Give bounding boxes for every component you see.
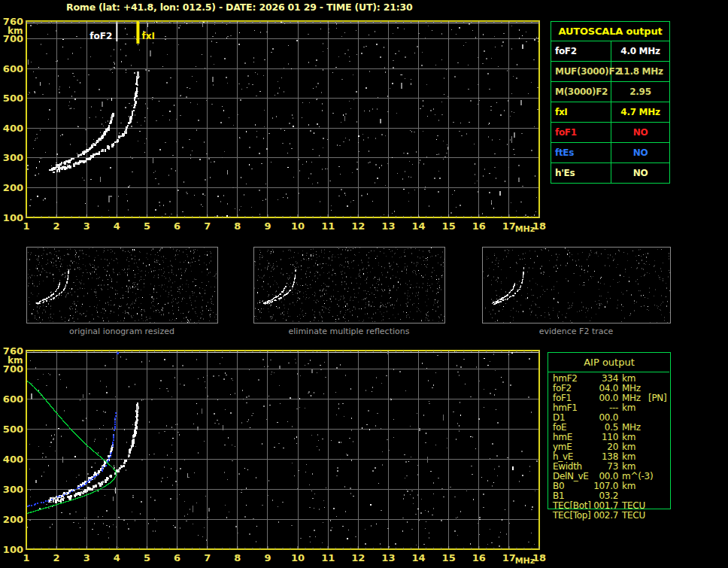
noise-dot (36, 134, 38, 135)
noise-dot (356, 283, 357, 284)
noise-dot (53, 266, 53, 266)
noise-dot (93, 139, 94, 140)
noise-dot (531, 509, 532, 510)
noise-dot (359, 275, 360, 276)
noise-dot (344, 53, 346, 54)
noise-dot (230, 412, 232, 414)
noise-dot (80, 47, 81, 48)
noise-dot (427, 318, 428, 319)
noise-dot (315, 536, 316, 537)
noise-dot (109, 526, 110, 527)
noise-dot (274, 268, 275, 269)
noise-dot (507, 249, 508, 250)
noise-dot (550, 318, 551, 319)
x-axis-tick-label: 15 (442, 220, 456, 232)
noise-dot (118, 517, 120, 518)
noise-dot (398, 314, 399, 314)
noise-dot (505, 181, 505, 182)
thumb-trace-dot (44, 301, 44, 302)
noise-dot (289, 123, 290, 124)
noise-dot (190, 296, 190, 296)
noise-dot (429, 403, 430, 404)
noise-dot (272, 48, 274, 50)
noise-dot (332, 316, 333, 317)
noise-dot (53, 321, 53, 322)
noise-dot (454, 76, 456, 77)
noise-dot (436, 293, 437, 294)
noise-dot (165, 290, 166, 292)
noise-dot (333, 290, 334, 290)
noise-dot (488, 258, 489, 259)
restored-trace-dot (35, 503, 36, 505)
noise-dot (648, 253, 648, 254)
noise-dot (308, 258, 309, 259)
noise-dot (170, 260, 171, 262)
noise-dot (345, 511, 346, 512)
noise-dot (104, 308, 105, 309)
noise-dot (327, 286, 328, 287)
noise-dot (320, 263, 320, 265)
noise-dot (273, 284, 274, 285)
noise-dot (36, 266, 37, 266)
noise-dot (617, 264, 618, 265)
noise-dot (259, 257, 260, 258)
noise-dot (92, 278, 93, 278)
echo-trace-dot (93, 153, 95, 156)
noise-dot (432, 267, 433, 269)
noise-dot (344, 314, 345, 315)
noise-dot (284, 91, 284, 93)
noise-dot (253, 57, 254, 59)
noise-dot (106, 525, 108, 526)
noise-dot (323, 393, 324, 394)
noise-dot (354, 254, 355, 255)
noise-dot (84, 518, 85, 518)
noise-dot (343, 141, 344, 142)
noise-dot (134, 302, 135, 304)
noise-dot (306, 277, 307, 278)
noise-dot (528, 396, 529, 398)
noise-dot (347, 303, 347, 305)
restored-trace-dot (51, 499, 53, 500)
noise-dot (660, 305, 661, 305)
noise-dot (260, 317, 261, 318)
noise-dot (310, 542, 311, 542)
noise-dot (412, 164, 413, 165)
noise-dot (438, 171, 439, 172)
noise-dot (324, 293, 325, 295)
noise-dot (46, 272, 47, 273)
noise-dot (576, 265, 577, 266)
noise-dot (514, 132, 515, 138)
noise-dot (418, 308, 419, 309)
restored-trace-dot (113, 437, 114, 439)
noise-dot (59, 271, 60, 272)
noise-dot (315, 275, 316, 276)
noise-dot (159, 250, 160, 251)
noise-dot (72, 288, 73, 289)
noise-dot (487, 73, 489, 74)
noise-dot (447, 147, 448, 150)
noise-dot (484, 407, 484, 408)
noise-dot (190, 158, 191, 159)
noise-dot (174, 256, 175, 257)
noise-dot (657, 308, 658, 308)
noise-dot (423, 276, 423, 277)
noise-dot (108, 302, 108, 303)
noise-dot (259, 190, 260, 191)
restored-trace-dot (114, 421, 116, 423)
noise-dot (64, 255, 65, 256)
noise-dot (667, 322, 668, 323)
noise-dot (38, 379, 38, 380)
noise-dot (162, 284, 162, 286)
noise-dot (50, 502, 52, 503)
noise-dot (174, 430, 175, 430)
noise-dot (505, 303, 506, 304)
noise-dot (418, 303, 419, 304)
noise-dot (227, 170, 228, 175)
noise-dot (415, 157, 417, 158)
noise-dot (126, 469, 126, 471)
noise-dot (125, 107, 126, 108)
noise-dot (407, 295, 408, 296)
noise-dot (384, 67, 385, 68)
noise-dot (98, 285, 99, 286)
noise-dot (385, 135, 386, 136)
